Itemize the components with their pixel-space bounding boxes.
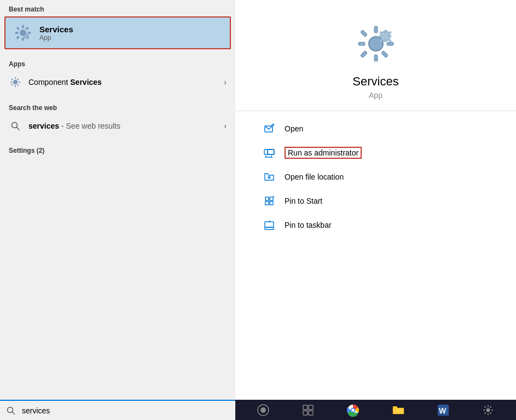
action-pin-to-start[interactable]: Pin to Start bbox=[235, 189, 516, 213]
taskbar-icons: W bbox=[235, 402, 516, 418]
task-view-button[interactable] bbox=[300, 402, 316, 418]
svg-rect-86 bbox=[490, 412, 492, 414]
settings-section: Settings (2) bbox=[0, 141, 235, 158]
cortana-button[interactable] bbox=[256, 402, 271, 418]
open-file-location-label: Open file location bbox=[285, 172, 344, 181]
chrome-button[interactable] bbox=[345, 402, 361, 418]
svg-rect-38 bbox=[388, 36, 391, 37]
svg-rect-42 bbox=[388, 39, 391, 42]
taskbar: services bbox=[0, 400, 516, 420]
svg-rect-39 bbox=[379, 31, 382, 34]
app-detail-header: Services App bbox=[235, 0, 516, 111]
svg-rect-4 bbox=[28, 32, 31, 34]
left-panel: Best match bbox=[0, 0, 235, 400]
apps-section: Apps bbox=[0, 55, 235, 93]
svg-line-64 bbox=[13, 412, 15, 414]
svg-rect-10 bbox=[26, 33, 27, 35]
best-match-item[interactable]: Services App bbox=[4, 16, 231, 49]
svg-rect-13 bbox=[27, 36, 29, 37]
svg-text:W: W bbox=[439, 406, 447, 415]
search-icon bbox=[9, 119, 22, 133]
svg-rect-6 bbox=[26, 27, 29, 30]
component-services-arrow: › bbox=[224, 78, 227, 87]
svg-rect-81 bbox=[483, 410, 485, 411]
component-services-item[interactable]: Component Services › bbox=[0, 71, 235, 93]
file-explorer-button[interactable] bbox=[391, 402, 406, 418]
svg-rect-84 bbox=[490, 406, 492, 408]
best-match-text: Services App bbox=[39, 25, 73, 42]
web-section: Search the web services - See web result… bbox=[0, 99, 235, 137]
settings-button[interactable] bbox=[480, 402, 496, 418]
svg-rect-16 bbox=[15, 85, 16, 88]
best-match-subtitle: App bbox=[39, 34, 73, 42]
svg-rect-79 bbox=[488, 405, 489, 407]
component-services-label: Component Services bbox=[28, 78, 224, 87]
svg-rect-85 bbox=[484, 412, 486, 414]
svg-rect-57 bbox=[270, 202, 273, 205]
best-match-title: Services bbox=[39, 25, 73, 34]
svg-rect-59 bbox=[265, 222, 274, 227]
svg-rect-33 bbox=[381, 51, 388, 58]
svg-rect-60 bbox=[265, 227, 274, 229]
svg-rect-2 bbox=[22, 38, 24, 41]
best-match-label: Best match bbox=[0, 0, 235, 16]
svg-rect-54 bbox=[265, 197, 269, 200]
svg-rect-30 bbox=[360, 30, 367, 37]
pin-to-start-label: Pin to Start bbox=[285, 197, 322, 205]
apps-label: Apps bbox=[0, 55, 235, 71]
svg-rect-80 bbox=[488, 413, 489, 415]
svg-rect-55 bbox=[270, 197, 273, 200]
svg-rect-1 bbox=[22, 25, 24, 28]
svg-rect-11 bbox=[26, 37, 27, 39]
svg-point-66 bbox=[260, 407, 266, 413]
action-pin-to-taskbar[interactable]: Pin to taskbar bbox=[235, 213, 516, 237]
run-as-admin-icon bbox=[263, 146, 276, 159]
svg-rect-26 bbox=[374, 26, 378, 33]
pin-to-start-icon bbox=[263, 194, 276, 208]
pin-to-taskbar-label: Pin to taskbar bbox=[285, 221, 332, 229]
svg-rect-21 bbox=[11, 84, 13, 86]
app-detail-subtitle: App bbox=[369, 91, 382, 100]
right-panel: Services App Open bbox=[235, 0, 516, 400]
taskbar-search-text: services bbox=[22, 406, 50, 415]
run-as-admin-label: Run as administrator bbox=[285, 147, 362, 159]
svg-rect-67 bbox=[303, 405, 308, 410]
svg-rect-48 bbox=[268, 149, 274, 154]
web-arrow: › bbox=[224, 122, 227, 130]
svg-rect-69 bbox=[303, 411, 308, 415]
svg-rect-3 bbox=[15, 32, 18, 34]
svg-rect-56 bbox=[265, 202, 269, 205]
action-run-as-admin[interactable]: Run as administrator bbox=[235, 141, 516, 165]
action-open-file-location[interactable]: Open file location bbox=[235, 165, 516, 189]
open-label: Open bbox=[285, 124, 303, 133]
svg-rect-7 bbox=[16, 36, 20, 39]
component-services-icon bbox=[9, 76, 22, 89]
app-detail-title: Services bbox=[352, 74, 398, 89]
svg-rect-22 bbox=[17, 84, 19, 86]
action-list: Open Run as administrator bbox=[235, 111, 516, 243]
svg-rect-20 bbox=[16, 78, 19, 80]
action-open[interactable]: Open bbox=[235, 117, 516, 141]
svg-rect-68 bbox=[309, 405, 313, 410]
svg-rect-27 bbox=[374, 55, 378, 61]
web-search-item[interactable]: services - See web results › bbox=[0, 115, 235, 137]
svg-rect-36 bbox=[384, 39, 386, 42]
pin-to-taskbar-icon bbox=[263, 218, 276, 232]
web-search-text: services - See web results bbox=[28, 122, 224, 130]
svg-rect-82 bbox=[491, 410, 493, 411]
svg-rect-28 bbox=[358, 42, 365, 45]
svg-point-14 bbox=[14, 80, 18, 84]
word-button[interactable]: W bbox=[436, 402, 451, 418]
taskbar-search[interactable]: services bbox=[0, 400, 235, 420]
svg-rect-70 bbox=[309, 411, 313, 415]
svg-rect-5 bbox=[16, 27, 20, 30]
open-icon bbox=[263, 122, 276, 135]
svg-rect-17 bbox=[10, 82, 13, 83]
services-icon bbox=[13, 23, 33, 43]
taskbar-search-icon bbox=[5, 405, 16, 416]
svg-rect-40 bbox=[388, 31, 391, 34]
svg-rect-19 bbox=[11, 78, 13, 80]
svg-point-78 bbox=[486, 408, 490, 412]
svg-rect-32 bbox=[360, 51, 367, 58]
svg-line-24 bbox=[17, 128, 20, 130]
